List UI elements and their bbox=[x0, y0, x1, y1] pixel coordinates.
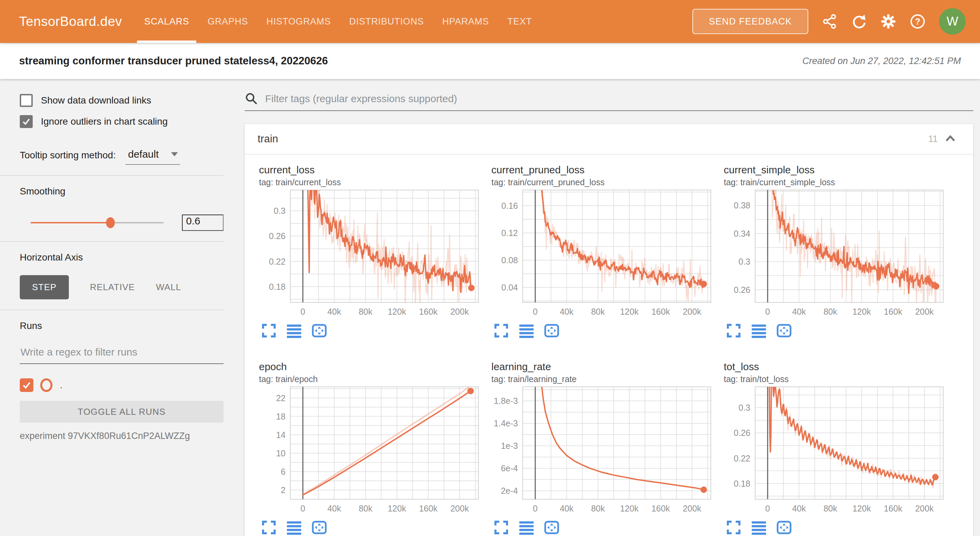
chart-tag: tag: train/current_simple_loss bbox=[724, 178, 945, 187]
tab-hparams[interactable]: HPARAMS bbox=[433, 0, 498, 43]
svg-text:?: ? bbox=[915, 16, 920, 27]
svg-text:200k: 200k bbox=[915, 307, 934, 316]
chart-plot[interactable]: 040k80k120k160k200k2610141822 bbox=[259, 385, 480, 516]
section-title: train bbox=[258, 133, 278, 145]
send-feedback-button[interactable]: SEND FEEDBACK bbox=[692, 9, 808, 34]
svg-text:80k: 80k bbox=[359, 307, 373, 316]
avatar[interactable]: W bbox=[939, 8, 966, 35]
runs-filter-input[interactable] bbox=[20, 346, 224, 364]
fit-to-data-icon[interactable] bbox=[544, 520, 560, 535]
chart-plot[interactable]: 040k80k120k160k200k2e-46e-41e-31.4e-31.8… bbox=[492, 385, 713, 516]
chart-tag: tag: train/epoch bbox=[259, 374, 480, 384]
fullscreen-icon[interactable] bbox=[493, 323, 509, 338]
fullscreen-icon[interactable] bbox=[493, 520, 509, 535]
chart-actions bbox=[726, 323, 945, 338]
axis-step-button[interactable]: STEP bbox=[20, 275, 69, 299]
svg-text:200k: 200k bbox=[683, 504, 702, 513]
toggle-all-runs-button[interactable]: TOGGLE ALL RUNS bbox=[20, 401, 224, 423]
fit-to-data-icon[interactable] bbox=[312, 520, 327, 535]
chart-card-epoch: epoch tag: train/epoch 040k80k120k160k20… bbox=[259, 361, 480, 535]
smoothing-slider-handle[interactable] bbox=[106, 217, 115, 228]
chart-plot[interactable]: 040k80k120k160k200k0.040.080.120.16 bbox=[492, 189, 713, 319]
tab-distributions[interactable]: DISTRIBUTIONS bbox=[340, 0, 433, 43]
svg-text:10: 10 bbox=[276, 449, 286, 458]
svg-text:22: 22 bbox=[276, 393, 286, 403]
fit-to-data-icon[interactable] bbox=[776, 520, 792, 535]
app-logo[interactable]: TensorBoard.dev bbox=[19, 14, 122, 29]
svg-text:0: 0 bbox=[301, 307, 305, 316]
ignore-outliers-checkbox[interactable] bbox=[20, 115, 33, 128]
tab-histograms[interactable]: HISTOGRAMS bbox=[257, 0, 340, 43]
chart-plot[interactable]: 040k80k120k160k200k0.180.220.260.3 bbox=[259, 189, 480, 319]
svg-text:1.4e-3: 1.4e-3 bbox=[494, 419, 518, 428]
chart-plot[interactable]: 040k80k120k160k200k0.260.30.340.38 bbox=[724, 189, 945, 319]
svg-text:0.26: 0.26 bbox=[733, 428, 750, 438]
train-section-header[interactable]: train 11 bbox=[245, 124, 973, 155]
ignore-outliers-row[interactable]: Ignore outliers in chart scaling bbox=[20, 115, 224, 128]
smoothing-slider[interactable] bbox=[31, 222, 164, 224]
search-icon bbox=[245, 92, 258, 106]
show-download-links-checkbox[interactable] bbox=[20, 94, 33, 107]
section-chart-count: 11 bbox=[928, 134, 938, 144]
content: Show data download links Ignore outliers… bbox=[0, 79, 980, 536]
train-section-card: train 11 current_loss tag: train/current… bbox=[245, 124, 973, 536]
refresh-icon[interactable] bbox=[851, 14, 867, 29]
data-table-icon[interactable] bbox=[751, 323, 767, 338]
tab-graphs[interactable]: GRAPHS bbox=[198, 0, 257, 43]
tab-label: TEXT bbox=[508, 16, 532, 27]
data-table-icon[interactable] bbox=[286, 323, 302, 338]
chart-plot[interactable]: 040k80k120k160k200k0.180.220.260.3 bbox=[724, 385, 945, 516]
fit-to-data-icon[interactable] bbox=[776, 323, 792, 338]
run-checkbox[interactable] bbox=[20, 378, 33, 392]
tab-label: HPARAMS bbox=[442, 16, 489, 27]
svg-text:0: 0 bbox=[533, 504, 538, 513]
settings-gear-icon[interactable] bbox=[880, 14, 896, 29]
data-table-icon[interactable] bbox=[519, 323, 534, 338]
data-table-icon[interactable] bbox=[519, 520, 534, 535]
app-header: TensorBoard.dev SCALARS GRAPHS HISTOGRAM… bbox=[0, 0, 980, 43]
fullscreen-icon[interactable] bbox=[261, 323, 277, 338]
fit-to-data-icon[interactable] bbox=[544, 323, 560, 338]
fullscreen-icon[interactable] bbox=[726, 520, 741, 535]
run-name: . bbox=[60, 380, 62, 390]
ignore-outliers-label: Ignore outliers in chart scaling bbox=[41, 116, 168, 127]
tab-scalars[interactable]: SCALARS bbox=[135, 0, 198, 43]
help-icon[interactable]: ? bbox=[910, 14, 926, 29]
svg-text:0.26: 0.26 bbox=[269, 231, 286, 241]
tooltip-sorting-value: default bbox=[128, 149, 159, 160]
chart-title: current_simple_loss bbox=[724, 164, 945, 176]
svg-text:0: 0 bbox=[765, 307, 770, 316]
svg-text:1.8e-3: 1.8e-3 bbox=[494, 396, 518, 406]
chart-card-tot-loss: tot_loss tag: train/tot_loss 040k80k120k… bbox=[724, 361, 945, 535]
svg-text:0.18: 0.18 bbox=[269, 282, 286, 292]
svg-text:80k: 80k bbox=[824, 307, 838, 316]
svg-text:120k: 120k bbox=[388, 307, 407, 316]
svg-text:0.04: 0.04 bbox=[501, 283, 518, 292]
axis-relative-button[interactable]: RELATIVE bbox=[90, 282, 135, 292]
data-table-icon[interactable] bbox=[286, 520, 302, 535]
fit-to-data-icon[interactable] bbox=[312, 323, 327, 338]
chart-tag: tag: train/tot_loss bbox=[724, 374, 945, 384]
chart-tag: tag: train/learning_rate bbox=[492, 374, 713, 384]
svg-text:40k: 40k bbox=[328, 307, 341, 316]
chart-tag: tag: train/current_pruned_loss bbox=[492, 178, 713, 187]
chart-card-current-loss: current_loss tag: train/current_loss 040… bbox=[259, 164, 480, 338]
smoothing-value-input[interactable] bbox=[182, 214, 224, 231]
fullscreen-icon[interactable] bbox=[261, 520, 277, 535]
tooltip-sorting-select[interactable]: default bbox=[126, 149, 180, 165]
tag-filter-input[interactable] bbox=[265, 93, 973, 105]
data-table-icon[interactable] bbox=[751, 520, 767, 535]
svg-text:160k: 160k bbox=[652, 504, 670, 513]
run-row: . bbox=[20, 378, 224, 392]
chevron-up-icon[interactable] bbox=[944, 132, 957, 146]
axis-wall-button[interactable]: WALL bbox=[156, 282, 181, 292]
show-download-links-row[interactable]: Show data download links bbox=[20, 94, 224, 107]
chevron-down-icon bbox=[171, 152, 178, 156]
svg-text:14: 14 bbox=[276, 430, 286, 439]
svg-text:120k: 120k bbox=[620, 504, 639, 513]
tab-text[interactable]: TEXT bbox=[498, 0, 541, 43]
share-icon[interactable] bbox=[822, 14, 838, 29]
fullscreen-icon[interactable] bbox=[726, 323, 741, 338]
tooltip-sorting-label: Tooltip sorting method: bbox=[20, 150, 116, 165]
tab-label: DISTRIBUTIONS bbox=[349, 16, 424, 27]
